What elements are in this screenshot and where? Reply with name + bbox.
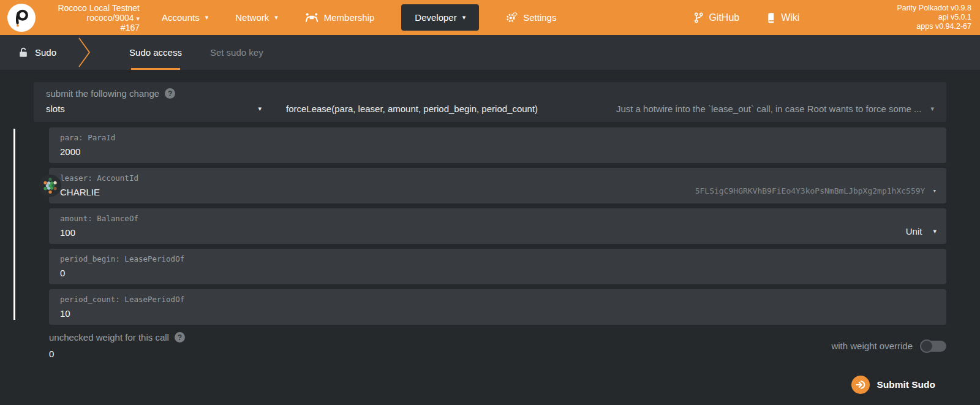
account-address-dropdown[interactable]: 5FLSigC9HGRKVhB9FiEo4Y3koPsNmBmLJbpXg2mp… — [695, 186, 937, 195]
chevron-right-icon — [77, 37, 92, 67]
section-title-label: Sudo — [35, 47, 56, 58]
weight-left: unchecked weight for this call ? 0 — [49, 332, 185, 360]
identicon-dots — [43, 178, 56, 194]
people-carry-icon — [305, 13, 318, 22]
app-root: Rococo Local Testnet rococo/9004 ▾ #167 … — [0, 0, 980, 394]
chevron-down-icon: ▾ — [462, 14, 466, 21]
nav-accounts[interactable]: Accounts ▾ — [162, 12, 208, 23]
tab-bar: Sudo Sudo access Set sudo key — [0, 35, 980, 70]
account-identicon[interactable] — [39, 175, 61, 197]
param-period-begin-field[interactable]: period_begin: LeasePeriodOf 0 — [49, 249, 946, 284]
call-params: para: ParaId 2000 leaser: AccountId CHAR… — [49, 127, 946, 325]
section-title: Sudo — [18, 35, 56, 70]
chevron-down-icon: ▾ — [136, 15, 140, 22]
param-leaser-field[interactable]: leaser: AccountId CHARLIE 5FLSigC9HGRKVh… — [49, 168, 946, 203]
nav-developer[interactable]: Developer ▾ — [401, 4, 479, 31]
chevron-down-icon: ▾ — [258, 105, 262, 112]
param-value: 2000 — [60, 146, 935, 157]
weight-value: 0 — [49, 348, 185, 360]
node-version: Parity Polkadot v0.9.8 — [897, 4, 971, 13]
weight-override-label: with weight override — [831, 341, 913, 351]
link-github[interactable]: GitHub — [694, 12, 739, 23]
toggle-knob — [920, 339, 933, 353]
breadcrumb-chevron — [77, 35, 92, 70]
pallet-dropdown[interactable]: slots ▾ — [46, 104, 262, 114]
param-value: 100 — [60, 227, 935, 238]
param-para-field[interactable]: para: ParaId 2000 — [49, 127, 946, 163]
version-info: Parity Polkadot v0.9.8 api v5.0.1 apps v… — [897, 4, 971, 31]
weight-override-toggle[interactable] — [921, 341, 946, 352]
param-label: period_begin: LeasePeriodOf — [60, 254, 935, 264]
top-header: Rococo Local Testnet rococo/9004 ▾ #167 … — [0, 0, 980, 35]
sign-in-icon — [851, 376, 870, 394]
chevron-down-icon: ▾ — [274, 14, 278, 21]
account-address: 5FLSigC9HGRKVhB9FiEo4Y3koPsNmBmLJbpXg2mp… — [695, 186, 925, 195]
submit-sudo-label: Submit Sudo — [876, 379, 935, 390]
apps-version: apps v0.94.2-67 — [897, 22, 971, 31]
chevron-down-icon: ▾ — [932, 187, 937, 194]
chevron-down-icon: ▾ — [930, 105, 934, 112]
unit-dropdown[interactable]: Unit ▾ — [906, 226, 937, 237]
tab-set-sudo-key[interactable]: Set sudo key — [196, 35, 277, 70]
param-value: 0 — [60, 267, 935, 279]
sudo-form: submit the following change ? slots ▾ fo… — [0, 70, 980, 394]
header-links: GitHub Wiki Parity Polkadot v0.9.8 api v… — [694, 4, 980, 31]
link-wiki[interactable]: Wiki — [766, 12, 799, 23]
param-value: 10 — [60, 308, 935, 319]
chain-name: Rococo Local Testnet — [48, 3, 140, 13]
main-nav: Accounts ▾ Network ▾ Membership Develope… — [162, 4, 556, 31]
extrinsic-panel: submit the following change ? slots ▾ fo… — [34, 82, 946, 122]
nav-settings[interactable]: Settings — [506, 12, 556, 23]
param-period-count-field[interactable]: period_count: LeasePeriodOf 10 — [49, 289, 946, 325]
help-icon[interactable]: ? — [165, 88, 175, 99]
unlock-icon — [18, 47, 28, 58]
nav-membership[interactable]: Membership — [305, 12, 375, 23]
param-label: amount: BalanceOf — [60, 214, 935, 224]
param-label: period_count: LeasePeriodOf — [60, 295, 935, 305]
weight-label: unchecked weight for this call ? — [49, 332, 185, 343]
extrinsic-section-label: submit the following change ? — [46, 88, 934, 99]
param-label: para: ParaId — [60, 133, 935, 143]
param-amount-field[interactable]: amount: BalanceOf 100 Unit ▾ — [49, 208, 946, 244]
chain-info: Rococo Local Testnet rococo/9004 ▾ #167 — [48, 3, 140, 32]
polkadot-logo[interactable] — [7, 4, 36, 32]
param-label: leaser: AccountId — [60, 173, 935, 183]
help-icon[interactable]: ? — [175, 332, 185, 343]
tabs: Sudo access Set sudo key — [115, 35, 277, 70]
nav-network[interactable]: Network ▾ — [235, 12, 278, 23]
tab-sudo-access[interactable]: Sudo access — [115, 35, 196, 70]
gears-icon — [506, 12, 518, 23]
weight-row: unchecked weight for this call ? 0 with … — [49, 332, 946, 360]
book-icon — [766, 12, 775, 23]
identicon-svg — [41, 176, 59, 195]
method-help-dropdown[interactable]: Just a hotwire into the `lease_out` call… — [616, 104, 934, 114]
extrinsic-row: slots ▾ forceLease(para, leaser, amount,… — [46, 104, 934, 114]
chevron-down-icon: ▾ — [205, 14, 209, 21]
chevron-down-icon: ▾ — [933, 228, 937, 235]
code-branch-icon — [694, 12, 703, 23]
weight-override-control: with weight override — [831, 341, 946, 352]
chain-spec-selector[interactable]: rococo/9004 ▾ — [48, 13, 140, 23]
method-dropdown[interactable]: forceLease(para, leaser, amount, period_… — [286, 104, 538, 114]
api-version: api v5.0.1 — [897, 13, 971, 22]
submit-row: Submit Sudo — [34, 376, 946, 394]
best-block-number: #167 — [48, 23, 140, 32]
submit-sudo-button[interactable]: Submit Sudo — [851, 376, 935, 394]
polkadot-logo-icon — [11, 7, 32, 28]
